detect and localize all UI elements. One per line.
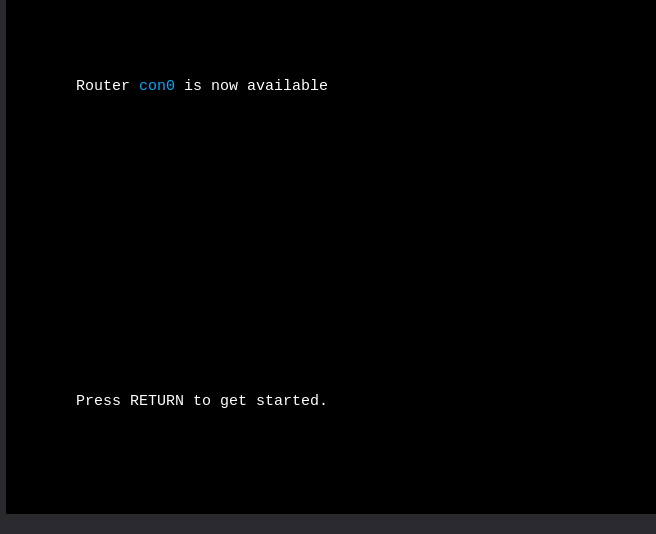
empty-line-1 (22, 166, 640, 189)
con0-label: con0 (139, 78, 175, 95)
press-return-text: Press RETURN to get started. (76, 393, 328, 410)
available-text: is now available (175, 78, 328, 95)
terminal-window: Router con0 is now available Press RETUR… (0, 0, 656, 534)
status-bar (6, 514, 656, 534)
empty-line-4 (22, 481, 640, 504)
router-label: Router (76, 78, 139, 95)
empty-line-3 (22, 301, 640, 324)
line-router-available: Router con0 is now available (22, 53, 640, 121)
line-press-return: Press RETURN to get started. (22, 368, 640, 436)
terminal-content[interactable]: Router con0 is now available Press RETUR… (6, 0, 656, 514)
empty-line-2 (22, 233, 640, 256)
